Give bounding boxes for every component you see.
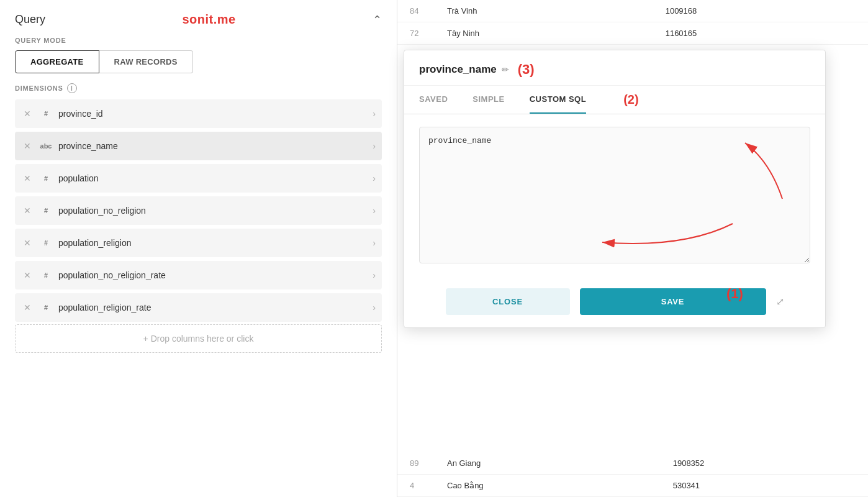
dimensions-section: DIMENSIONS i ✕ # province_id › ✕ abc pro… xyxy=(15,83,382,353)
expand-button[interactable]: ⤢ xyxy=(776,296,784,308)
raw-records-mode-button[interactable]: RAW RECORDS xyxy=(99,50,193,73)
pop-religion-arrow-icon: › xyxy=(373,238,376,248)
remove-pop-no-religion-rate-button[interactable]: ✕ xyxy=(21,269,34,281)
dimensions-info-icon[interactable]: i xyxy=(67,83,77,93)
remove-pop-religion-button[interactable]: ✕ xyxy=(21,237,34,249)
edit-icon[interactable]: ✏ xyxy=(502,65,509,75)
pop-religion-rate-arrow-icon: › xyxy=(373,303,376,312)
dimension-row[interactable]: ✕ # province_id › xyxy=(15,99,382,128)
province-id-type-icon: # xyxy=(38,110,53,117)
province-id-name: province_id xyxy=(58,109,368,119)
modal-tabs: SAVED SIMPLE CUSTOM SQL (2) xyxy=(404,86,825,114)
dimension-row[interactable]: ✕ # population_no_religion_rate › xyxy=(15,261,382,290)
dimension-row[interactable]: ✕ # population_no_religion › xyxy=(15,196,382,225)
dimension-row[interactable]: ✕ abc province_name › xyxy=(15,132,382,160)
modal-body: province_name xyxy=(404,114,825,278)
pop-no-religion-name: population_no_religion xyxy=(58,206,368,216)
population-name: population xyxy=(58,173,368,183)
right-panel: 84 Trà Vinh 1009168 72 Tây Ninh 1160165 … xyxy=(397,0,868,497)
row-id: 4 xyxy=(397,475,435,497)
pop-no-religion-type-icon: # xyxy=(38,207,53,214)
pop-religion-rate-name: population_religion_rate xyxy=(58,303,368,312)
dimensions-list: ✕ # province_id › ✕ abc province_name › … xyxy=(15,99,382,322)
save-button[interactable]: SAVE xyxy=(580,288,766,315)
left-panel: Query sonit.me ⌃ QUERY MODE AGGREGATE RA… xyxy=(0,0,397,497)
table-row: 89 An Giang 1908352 xyxy=(397,452,868,475)
dimension-row[interactable]: ✕ # population_religion › xyxy=(15,229,382,257)
remove-province-id-button[interactable]: ✕ xyxy=(21,107,34,120)
remove-pop-religion-rate-button[interactable]: ✕ xyxy=(21,301,34,314)
modal-footer: CLOSE SAVE ⤢ xyxy=(404,278,825,327)
annotation-3-label: (3) xyxy=(518,62,535,78)
aggregate-mode-button[interactable]: AGGREGATE xyxy=(15,50,99,73)
pop-religion-type-icon: # xyxy=(38,239,53,247)
modal-box: province_name ✏ (3) SAVED SIMPLE CUSTOM … xyxy=(404,50,826,328)
dimension-row[interactable]: ✕ # population_religion_rate › xyxy=(15,293,382,322)
pop-no-religion-arrow-icon: › xyxy=(373,206,376,216)
province-id-arrow-icon: › xyxy=(373,109,376,119)
query-header: Query sonit.me ⌃ xyxy=(15,12,382,27)
table-preview-bottom: 89 An Giang 1908352 4 Cao Bằng 530341 xyxy=(397,452,868,497)
collapse-button[interactable]: ⌃ xyxy=(373,13,382,27)
modal-title: province_name xyxy=(419,63,497,76)
row-value: 530341 xyxy=(661,475,868,497)
province-name-type-icon: abc xyxy=(38,142,53,150)
province-name-name: province_name xyxy=(58,141,368,151)
pop-religion-name: population_religion xyxy=(58,238,368,248)
table-row: 4 Cao Bằng 530341 xyxy=(397,475,868,497)
brand-logo: sonit.me xyxy=(182,12,235,27)
query-mode-section: QUERY MODE AGGREGATE RAW RECORDS xyxy=(15,37,382,73)
population-type-icon: # xyxy=(38,175,53,182)
remove-population-button[interactable]: ✕ xyxy=(21,172,34,185)
modal-header: province_name ✏ (3) xyxy=(404,50,825,86)
close-button[interactable]: CLOSE xyxy=(446,288,570,315)
dimensions-label: DIMENSIONS i xyxy=(15,83,382,93)
pop-no-religion-rate-type-icon: # xyxy=(38,271,53,279)
row-name: Cao Bằng xyxy=(435,475,661,497)
remove-pop-no-religion-button[interactable]: ✕ xyxy=(21,204,34,217)
pop-religion-rate-type-icon: # xyxy=(38,304,53,311)
row-id: 89 xyxy=(397,452,435,475)
sql-textarea[interactable]: province_name xyxy=(419,127,810,263)
annotation-2-label: (2) xyxy=(623,93,638,107)
tab-custom-sql[interactable]: CUSTOM SQL xyxy=(530,86,586,114)
tab-simple[interactable]: SIMPLE xyxy=(472,86,504,114)
population-arrow-icon: › xyxy=(373,173,376,183)
query-title: Query xyxy=(15,13,45,26)
dimension-row[interactable]: ✕ # population › xyxy=(15,164,382,193)
query-mode-buttons: AGGREGATE RAW RECORDS xyxy=(15,50,382,73)
tab-saved[interactable]: SAVED xyxy=(419,86,448,114)
row-value: 1908352 xyxy=(661,452,868,475)
remove-province-name-button[interactable]: ✕ xyxy=(21,140,34,152)
pop-no-religion-rate-name: population_no_religion_rate xyxy=(58,270,368,280)
drop-zone[interactable]: + Drop columns here or click xyxy=(15,324,382,353)
pop-no-religion-rate-arrow-icon: › xyxy=(373,270,376,280)
row-name: An Giang xyxy=(435,452,661,475)
query-mode-label: QUERY MODE xyxy=(15,37,382,44)
province-name-arrow-icon: › xyxy=(373,141,376,151)
modal-overlay: province_name ✏ (3) SAVED SIMPLE CUSTOM … xyxy=(397,0,868,497)
